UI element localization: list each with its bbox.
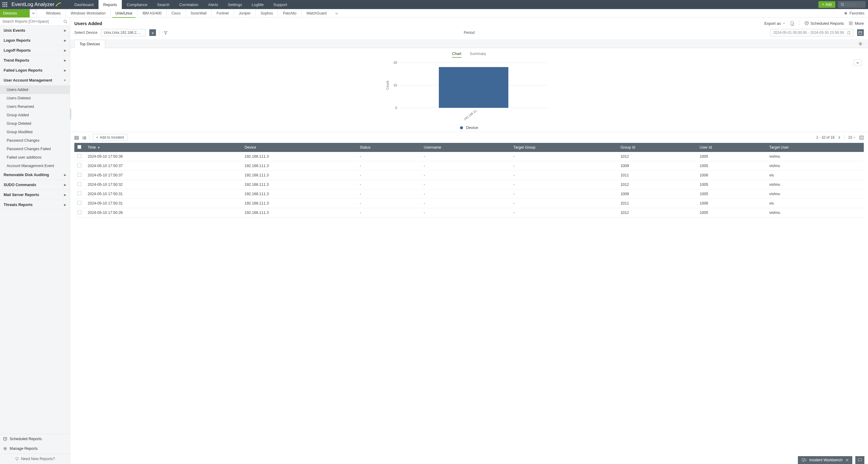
table-row[interactable]: 2024-05-10 17:50:32192.168.111.3---10121… bbox=[74, 180, 864, 189]
sidebar-subitem[interactable]: Group Modified bbox=[0, 128, 70, 136]
sidebar-manage-reports[interactable]: Manage Reports bbox=[0, 444, 70, 454]
nav-tab-correlation[interactable]: Correlation bbox=[175, 0, 204, 9]
device-tab[interactable]: Juniper bbox=[234, 9, 256, 18]
grid-view-button[interactable] bbox=[74, 135, 79, 140]
sidebar-subitem[interactable]: Users Added bbox=[0, 86, 70, 94]
device-tab[interactable]: Windows Workstation bbox=[66, 9, 111, 18]
sidebar-group[interactable]: Logon Reports▶ bbox=[0, 36, 70, 45]
nav-tab-support[interactable]: Support bbox=[269, 0, 292, 9]
filter-funnel-button[interactable] bbox=[163, 30, 168, 35]
nav-tab-compliance[interactable]: Compliance bbox=[122, 0, 152, 9]
device-selector[interactable]: Unix,Unix,192.168.2.10,1 ... bbox=[101, 29, 146, 36]
sidebar-group[interactable]: Failed Logon Reports▶ bbox=[0, 66, 70, 75]
tab-top-devices[interactable]: Top Devices bbox=[74, 40, 105, 48]
table-row[interactable]: 2024-05-10 17:50:37192.168.111.3---10091… bbox=[74, 161, 864, 170]
nav-tab-logme[interactable]: LogMe bbox=[247, 0, 269, 9]
devices-dropdown-caret[interactable] bbox=[30, 9, 37, 18]
logo[interactable]: EventLog Analyzer bbox=[11, 1, 62, 7]
sidebar-group[interactable]: Mail Server Reports▶ bbox=[0, 190, 70, 200]
chart-settings-gear[interactable] bbox=[857, 39, 864, 48]
row-checkbox[interactable] bbox=[78, 154, 81, 158]
sidebar-group[interactable]: Removable Disk Auditing▶ bbox=[0, 170, 70, 180]
next-page-button[interactable] bbox=[838, 135, 840, 139]
more-device-tabs[interactable] bbox=[332, 11, 342, 15]
chart-tab-summary[interactable]: Summary bbox=[470, 52, 486, 58]
row-checkbox[interactable] bbox=[78, 173, 81, 177]
page-size-select[interactable]: 10 bbox=[848, 135, 856, 139]
sidebar-subitem[interactable]: Group Deleted bbox=[0, 119, 70, 128]
device-tab[interactable]: SonicWall bbox=[186, 9, 212, 18]
sidebar-group[interactable]: Logoff Reports▶ bbox=[0, 45, 70, 56]
period-selector[interactable]: 2024-05-01 00:00:00 - 2024-05-30 23:59:5… bbox=[770, 29, 854, 36]
chart-tab-chart[interactable]: Chart bbox=[452, 52, 462, 58]
row-checkbox[interactable] bbox=[78, 163, 81, 167]
col-header[interactable]: Status bbox=[357, 143, 421, 152]
favorites-link[interactable]: Favorites bbox=[840, 11, 868, 15]
nav-tab-search[interactable]: Search bbox=[152, 0, 175, 9]
list-view-button[interactable] bbox=[82, 135, 87, 140]
apps-grid-icon[interactable] bbox=[2, 2, 7, 7]
table-row[interactable]: 2024-05-10 17:50:39192.168.111.3---10121… bbox=[74, 152, 864, 161]
bookmark-icon[interactable] bbox=[847, 31, 851, 35]
sidebar-group[interactable]: Trend Reports▶ bbox=[0, 56, 70, 66]
sidebar-subitem[interactable]: Password Changes Failed bbox=[0, 145, 70, 153]
col-header[interactable]: User Id bbox=[696, 143, 766, 152]
export-file-icon-button[interactable] bbox=[790, 21, 795, 26]
device-tab[interactable]: Cisco bbox=[167, 9, 186, 18]
nav-tab-dashboard[interactable]: Dashboard bbox=[69, 0, 98, 9]
sidebar-group[interactable]: Unix Events▶ bbox=[0, 26, 70, 36]
device-tab[interactable]: Fortinet bbox=[212, 9, 234, 18]
columns-button[interactable] bbox=[859, 135, 864, 139]
row-checkbox[interactable] bbox=[78, 182, 81, 186]
col-header[interactable]: Group Id bbox=[617, 143, 696, 152]
table-row[interactable]: 2024-05-10 17:50:31192.168.111.3---10091… bbox=[74, 189, 864, 198]
calendar-button[interactable] bbox=[857, 29, 864, 36]
col-header[interactable] bbox=[74, 143, 85, 152]
add-device-button[interactable]: + bbox=[149, 29, 156, 36]
sidebar-group[interactable]: Threats Reports▶ bbox=[0, 200, 70, 210]
incident-workbench-bar[interactable]: Incident Workbench bbox=[798, 456, 852, 464]
sidebar-group[interactable]: SUDO Commands▶ bbox=[0, 180, 70, 190]
more-button[interactable]: More bbox=[849, 21, 864, 26]
nav-tab-alerts[interactable]: Alerts bbox=[204, 0, 223, 9]
nav-tab-settings[interactable]: Settings bbox=[223, 0, 247, 9]
table-row[interactable]: 2024-05-10 17:50:31192.168.111.3---10111… bbox=[74, 198, 864, 208]
sidebar-scheduled-reports[interactable]: Scheduled Reports bbox=[0, 434, 70, 444]
chat-button[interactable] bbox=[855, 456, 864, 464]
sidebar-subitem[interactable]: Account Management Event bbox=[0, 162, 70, 170]
select-all-checkbox[interactable] bbox=[78, 145, 81, 149]
row-checkbox[interactable] bbox=[78, 192, 81, 195]
sidebar-group[interactable]: User Account Management▼ bbox=[0, 75, 70, 86]
row-checkbox[interactable] bbox=[78, 201, 81, 205]
devices-button[interactable]: Devices bbox=[0, 9, 30, 18]
nav-tab-reports[interactable]: Reports bbox=[98, 0, 122, 9]
col-header[interactable]: Target Group bbox=[510, 143, 617, 152]
device-tab[interactable]: Windows bbox=[41, 9, 66, 18]
sidebar-subitem[interactable]: Users Renamed bbox=[0, 102, 70, 111]
add-button[interactable]: + Add bbox=[818, 1, 835, 8]
device-tab[interactable]: IBM AS/400 bbox=[137, 9, 166, 18]
col-header[interactable]: Time▼ bbox=[85, 143, 242, 152]
device-tab[interactable]: Unix/Linux bbox=[111, 9, 137, 18]
table-row[interactable]: 2024-05-10 17:50:37192.168.111.3---10111… bbox=[74, 170, 864, 180]
scheduled-reports-button[interactable]: Scheduled Reports bbox=[805, 21, 844, 26]
table-row[interactable]: 2024-05-10 17:50:26192.168.111.3---10121… bbox=[74, 208, 864, 217]
sidebar-subitem[interactable]: Failed user additions bbox=[0, 153, 70, 162]
col-header[interactable]: Target User bbox=[766, 143, 864, 152]
device-tab[interactable]: Sophos bbox=[256, 9, 278, 18]
sidebar-subitem[interactable]: Group Added bbox=[0, 111, 70, 119]
add-to-incident-button[interactable]: + Add to Incident bbox=[93, 134, 127, 141]
need-new-reports[interactable]: Need New Reports? bbox=[0, 454, 70, 464]
sidebar-subitem[interactable]: Password Changes bbox=[0, 136, 70, 145]
close-icon[interactable] bbox=[846, 459, 849, 462]
device-tab[interactable]: PaloAlto bbox=[278, 9, 302, 18]
top-search-input[interactable] bbox=[846, 2, 863, 7]
sidebar-search-input[interactable] bbox=[2, 19, 63, 24]
sidebar-subitem[interactable]: Users Deleted bbox=[0, 94, 70, 102]
col-header[interactable]: Username bbox=[421, 143, 510, 152]
sidebar-search[interactable] bbox=[0, 18, 70, 26]
export-as-button[interactable]: Export as bbox=[764, 21, 785, 26]
top-search[interactable] bbox=[838, 1, 866, 8]
col-header[interactable]: Device bbox=[242, 143, 356, 152]
device-tab[interactable]: WatchGuard bbox=[302, 9, 332, 18]
